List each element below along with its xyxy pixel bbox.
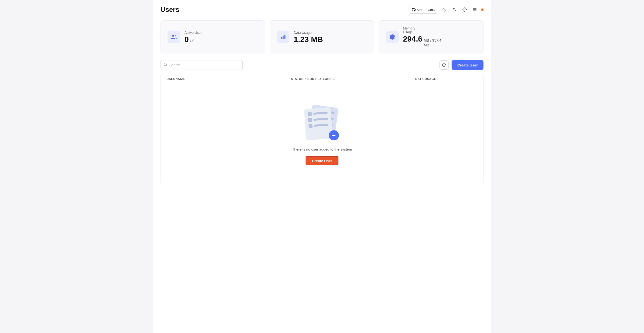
search-icon [164, 62, 167, 68]
empty-state: + There is no user added to the system C… [161, 84, 483, 184]
pie-chart-icon [389, 34, 396, 40]
stats-grid: Active Users 0 / 0 Data Usage 1.23 MB [160, 20, 484, 54]
empty-illustration: + [303, 104, 341, 142]
svg-point-0 [464, 9, 465, 10]
data-usage-icon-wrap [277, 31, 289, 43]
memory-usage-label: MemoryUsage [403, 26, 476, 34]
github-icon [412, 8, 416, 12]
header: Users Star 2,950 [160, 6, 484, 14]
settings-icon [462, 8, 467, 12]
active-users-card: Active Users 0 / 0 [160, 20, 265, 54]
doc-card-front [304, 107, 333, 140]
col-status: STATUS / SORT BY EXPIRE [291, 77, 415, 81]
star-label: Star [417, 8, 422, 12]
data-usage-value: 1.23 MB [294, 36, 323, 43]
svg-line-9 [166, 65, 167, 66]
data-usage-card: Data Usage 1.23 MB [270, 20, 374, 54]
page-title: Users [160, 6, 179, 14]
translate-button[interactable] [450, 6, 458, 14]
refresh-button[interactable] [440, 60, 449, 70]
header-actions: Star 2,950 [409, 6, 484, 14]
menu-button[interactable] [471, 6, 479, 14]
refresh-icon [442, 63, 446, 67]
table-header: USERNAME STATUS / SORT BY EXPIRE DATA US… [161, 74, 483, 84]
create-user-button-toolbar[interactable]: Create User [452, 60, 484, 70]
create-user-button-empty[interactable]: Create User [306, 156, 338, 165]
active-users-value: 0 [184, 36, 189, 43]
menu-icon [472, 8, 477, 12]
svg-point-8 [164, 63, 166, 66]
dark-mode-button[interactable] [440, 6, 448, 14]
github-star-button[interactable]: Star 2,950 [409, 6, 438, 14]
svg-point-4 [172, 34, 174, 37]
active-users-label: Active Users [184, 31, 258, 34]
search-input[interactable] [160, 60, 243, 70]
toolbar: Create User [160, 60, 484, 70]
users-icon [171, 34, 177, 40]
memory-usage-suffix-top: MB / 957.4 [424, 38, 442, 43]
col-data-usage: DATA USAGE [415, 77, 478, 81]
memory-usage-value: 294.6 [403, 35, 422, 43]
users-table: USERNAME STATUS / SORT BY EXPIRE DATA US… [160, 74, 484, 185]
active-users-suffix: / 0 [190, 39, 194, 43]
notification-dot [481, 8, 484, 11]
memory-usage-suffix-bottom: MB [424, 43, 442, 48]
translate-icon [452, 8, 457, 12]
star-count: 2,950 [425, 8, 438, 12]
svg-rect-6 [282, 36, 284, 39]
data-usage-label: Data Usage [294, 31, 367, 34]
active-users-icon-wrap [168, 31, 180, 43]
empty-message: There is no user added to the system [292, 147, 352, 151]
bar-chart-icon [280, 34, 286, 40]
plus-circle-icon: + [329, 130, 339, 140]
memory-usage-icon-wrap [386, 31, 399, 43]
search-wrap [160, 60, 243, 70]
moon-icon [442, 8, 446, 12]
col-username: USERNAME [166, 77, 291, 81]
settings-button[interactable] [461, 6, 468, 14]
svg-rect-5 [281, 37, 282, 40]
memory-usage-card: MemoryUsage 294.6 MB / 957.4 MB [379, 20, 484, 54]
svg-rect-7 [284, 34, 285, 40]
